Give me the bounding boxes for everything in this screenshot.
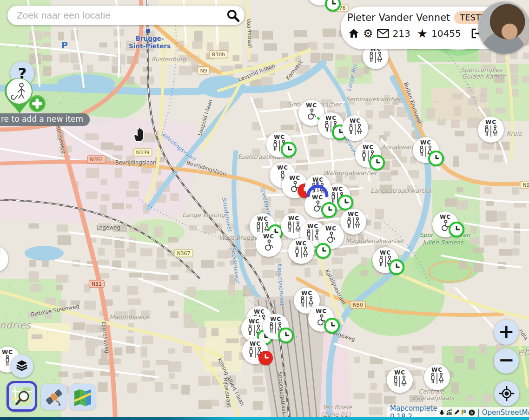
toilet-marker-label: WC <box>306 103 317 108</box>
toilet-marker-mw[interactable]: WC <box>342 115 368 141</box>
crosshair-icon <box>498 385 515 402</box>
man-woman-icon <box>392 375 408 389</box>
add-new-item-pin[interactable] <box>1 74 47 119</box>
toilet-marker-label: WC <box>394 370 405 375</box>
man-woman-icon <box>429 373 445 387</box>
map-marker-layer: WCWCWCWCWCWCWCWCWCWCWCWCWCWCWCWCWCWCWCWC… <box>0 0 529 420</box>
openstreetmap-link[interactable]: OpenStreetMap <box>482 408 529 417</box>
toilet-marker-mw[interactable]: WC <box>424 364 450 390</box>
folded-map-icon <box>73 387 93 407</box>
toilet-marker-label: WC <box>274 134 285 140</box>
toilet-marker-label: WC <box>0 249 1 255</box>
home-icon[interactable] <box>348 28 359 39</box>
opening-hours-closed-icon[interactable] <box>258 351 273 365</box>
attribution-separator: | <box>477 408 480 417</box>
toilet-marker-label: WC <box>431 367 443 373</box>
opening-hours-open-icon[interactable] <box>315 243 331 259</box>
search-input[interactable] <box>16 9 226 21</box>
toilet-marker-label: WC <box>440 214 451 220</box>
man-woman-icon <box>347 124 363 138</box>
statistics-icon[interactable] <box>439 409 445 415</box>
toilet-marker-mw[interactable]: WC <box>387 367 413 393</box>
toilet-marker-mw[interactable]: WC <box>340 209 366 235</box>
toilet-marker-label: WC <box>325 115 337 121</box>
flag-icon[interactable] <box>461 409 467 415</box>
messages-icon[interactable] <box>377 29 389 38</box>
toilet-marker-label: WC <box>348 211 359 217</box>
toilet-marker-label: WC <box>289 175 300 181</box>
toilet-marker-label: WC <box>307 223 318 229</box>
user-avatar[interactable] <box>478 2 529 54</box>
user-name[interactable]: Pieter Vander Vennet <box>347 12 450 23</box>
opening-hours-open-icon[interactable] <box>324 318 340 334</box>
toilet-marker-label: WC <box>420 140 431 145</box>
add-item-tooltip: re to add a new item <box>0 113 90 126</box>
bottom-accent-bar <box>0 417 529 420</box>
man-woman-icon <box>368 52 384 66</box>
layers-icon <box>15 359 29 373</box>
chart-icon[interactable] <box>446 409 452 415</box>
attribution-bar: Mapcomplete 0.18.2 A | OpenStreetMap <box>387 407 529 418</box>
star-icon: ★ <box>417 27 428 39</box>
messages-count: 213 <box>393 28 410 39</box>
zoom-in-button[interactable]: + <box>494 320 519 345</box>
basemap-style-map[interactable] <box>70 384 96 410</box>
toilet-marker-label: WC <box>485 119 496 125</box>
toilet-marker-label: WC <box>257 216 268 222</box>
satellite-icon <box>44 387 64 407</box>
opening-hours-open-icon[interactable] <box>337 195 353 210</box>
person-icon <box>0 255 1 269</box>
toilet-marker-mw[interactable]: WC <box>478 117 504 143</box>
svg-text:A: A <box>470 411 473 415</box>
search-icon[interactable] <box>226 8 240 22</box>
toilet-marker-label: WC <box>296 241 307 246</box>
toilet-marker-label: WC <box>250 341 261 347</box>
toilet-marker-label: WC <box>2 349 13 355</box>
man-woman-icon <box>345 217 361 231</box>
zoom-out-button[interactable]: − <box>494 348 519 374</box>
toilet-marker-label: WC <box>350 118 361 124</box>
opening-hours-open-icon[interactable] <box>369 155 385 171</box>
layers-button[interactable] <box>10 354 33 378</box>
opening-hours-open-icon[interactable] <box>325 0 341 12</box>
mapcomplete-app: PBrugge-Sint-PietersRustenburgVaartstraa… <box>0 0 529 420</box>
toilet-marker-label: WC <box>254 309 265 315</box>
geolocate-button[interactable] <box>494 381 519 406</box>
toilet-marker-label: WC <box>363 144 374 150</box>
toilet-marker-label: WC <box>270 316 281 322</box>
basemap-style-satellite[interactable] <box>41 384 67 410</box>
toilet-marker-label: WC <box>316 308 327 314</box>
toilet-marker-label: WC <box>288 216 299 221</box>
toilet-marker-label: WC <box>312 177 324 183</box>
opening-hours-open-icon[interactable] <box>428 151 444 166</box>
toilet-marker-label: WC <box>332 186 343 192</box>
man-woman-icon <box>483 125 499 139</box>
toilet-marker-wheelchair[interactable]: WC <box>256 231 282 257</box>
toilet-marker-label: WC <box>249 319 260 324</box>
wheelchair-icon <box>262 239 276 253</box>
search-bar <box>7 6 245 25</box>
man-woman-icon <box>286 221 302 235</box>
opening-hours-open-icon[interactable] <box>321 202 337 218</box>
toilet-marker-label: WC <box>263 234 274 239</box>
toilet-marker-label: WC <box>312 195 323 200</box>
toilet-marker-label: WC <box>277 165 288 171</box>
toilet-marker-label: WC <box>301 290 312 296</box>
wheelchair-icon <box>304 108 318 122</box>
toilet-marker-label: WC <box>325 226 337 231</box>
opening-hours-open-icon[interactable] <box>278 328 294 343</box>
opening-hours-open-icon[interactable] <box>449 222 464 237</box>
man-woman-icon <box>299 296 315 310</box>
pencil-icon[interactable] <box>454 409 460 415</box>
osm-carto-icon <box>11 386 33 407</box>
man-woman-icon <box>293 246 309 260</box>
toilet-marker-single[interactable]: WC <box>0 246 8 272</box>
toilet-marker-label: WC <box>380 250 391 256</box>
toilet-marker-mw[interactable]: WC <box>288 238 314 264</box>
settings-gear-icon[interactable]: ⚙ <box>363 28 373 39</box>
license-circle-icon[interactable]: A <box>469 409 475 416</box>
changesets-count: 10455 <box>431 28 461 39</box>
opening-hours-open-icon[interactable] <box>389 259 404 275</box>
basemap-style-osm-selected[interactable] <box>7 381 37 412</box>
opening-hours-open-icon[interactable] <box>281 142 297 158</box>
